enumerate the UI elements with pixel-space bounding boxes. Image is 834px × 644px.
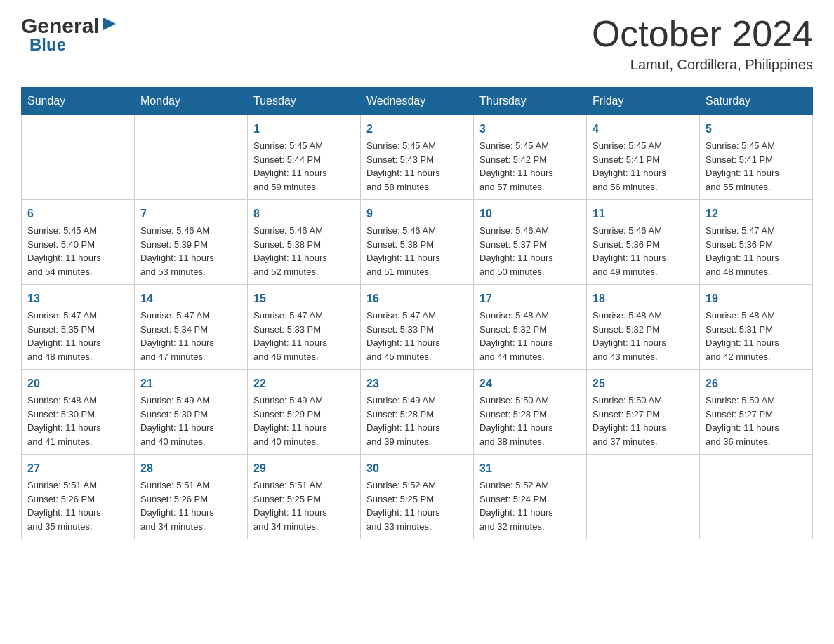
day-number: 6 xyxy=(27,206,128,222)
day-number: 2 xyxy=(366,121,468,137)
day-number: 7 xyxy=(140,206,241,222)
week-row-3: 13Sunrise: 5:47 AMSunset: 5:35 PMDayligh… xyxy=(22,285,813,370)
calendar-table: Sunday Monday Tuesday Wednesday Thursday… xyxy=(21,87,813,539)
week-row-2: 6Sunrise: 5:45 AMSunset: 5:40 PMDaylight… xyxy=(22,200,813,285)
day-info: Sunrise: 5:49 AMSunset: 5:29 PMDaylight:… xyxy=(253,394,355,448)
day-info: Sunrise: 5:46 AMSunset: 5:38 PMDaylight:… xyxy=(253,224,355,279)
calendar-header: Sunday Monday Tuesday Wednesday Thursday… xyxy=(22,88,813,115)
calendar-body: 1Sunrise: 5:45 AMSunset: 5:44 PMDaylight… xyxy=(22,115,813,539)
day-info: Sunrise: 5:46 AMSunset: 5:37 PMDaylight:… xyxy=(479,224,581,279)
day-info: Sunrise: 5:45 AMSunset: 5:43 PMDaylight:… xyxy=(366,139,468,194)
day-number: 14 xyxy=(140,290,241,307)
day-info: Sunrise: 5:48 AMSunset: 5:32 PMDaylight:… xyxy=(593,309,694,363)
day-number: 15 xyxy=(253,290,355,307)
day-info: Sunrise: 5:48 AMSunset: 5:30 PMDaylight:… xyxy=(27,394,128,448)
day-number: 18 xyxy=(593,290,694,307)
day-number: 12 xyxy=(706,206,807,222)
calendar-cell: 29Sunrise: 5:51 AMSunset: 5:25 PMDayligh… xyxy=(248,455,361,539)
day-number: 1 xyxy=(253,121,355,137)
calendar-cell: 4Sunrise: 5:45 AMSunset: 5:41 PMDaylight… xyxy=(587,115,700,200)
day-info: Sunrise: 5:47 AMSunset: 5:33 PMDaylight:… xyxy=(253,309,355,363)
calendar-cell: 9Sunrise: 5:46 AMSunset: 5:38 PMDaylight… xyxy=(361,200,474,285)
location-text: Lamut, Cordillera, Philippines xyxy=(592,57,813,73)
calendar-cell: 24Sunrise: 5:50 AMSunset: 5:28 PMDayligh… xyxy=(474,370,587,455)
calendar-cell xyxy=(587,455,700,539)
day-number: 26 xyxy=(706,375,807,392)
day-number: 5 xyxy=(706,121,807,137)
calendar-cell: 13Sunrise: 5:47 AMSunset: 5:35 PMDayligh… xyxy=(22,285,135,370)
day-number: 23 xyxy=(366,375,468,392)
page-header: General Blue October 2024 Lamut, Cordill… xyxy=(21,14,813,73)
calendar-cell: 14Sunrise: 5:47 AMSunset: 5:34 PMDayligh… xyxy=(135,285,248,370)
day-info: Sunrise: 5:50 AMSunset: 5:27 PMDaylight:… xyxy=(593,394,694,448)
week-row-1: 1Sunrise: 5:45 AMSunset: 5:44 PMDaylight… xyxy=(22,115,813,200)
day-number: 10 xyxy=(479,206,581,222)
calendar-cell: 12Sunrise: 5:47 AMSunset: 5:36 PMDayligh… xyxy=(700,200,813,285)
month-title: October 2024 xyxy=(592,14,813,54)
calendar-cell: 27Sunrise: 5:51 AMSunset: 5:26 PMDayligh… xyxy=(22,455,135,539)
calendar-cell: 8Sunrise: 5:46 AMSunset: 5:38 PMDaylight… xyxy=(248,200,361,285)
day-info: Sunrise: 5:49 AMSunset: 5:28 PMDaylight:… xyxy=(366,394,468,448)
logo-general-row: General xyxy=(21,14,117,38)
calendar-cell: 15Sunrise: 5:47 AMSunset: 5:33 PMDayligh… xyxy=(248,285,361,370)
day-info: Sunrise: 5:48 AMSunset: 5:31 PMDaylight:… xyxy=(706,309,807,363)
calendar-cell: 30Sunrise: 5:52 AMSunset: 5:25 PMDayligh… xyxy=(361,455,474,539)
header-friday: Friday xyxy=(587,88,700,115)
day-number: 17 xyxy=(479,290,581,307)
day-number: 25 xyxy=(593,375,694,392)
calendar-cell: 5Sunrise: 5:45 AMSunset: 5:41 PMDaylight… xyxy=(700,115,813,200)
calendar-cell xyxy=(700,455,813,539)
calendar-cell: 21Sunrise: 5:49 AMSunset: 5:30 PMDayligh… xyxy=(135,370,248,455)
day-number: 24 xyxy=(479,375,581,392)
day-info: Sunrise: 5:50 AMSunset: 5:28 PMDaylight:… xyxy=(479,394,581,448)
day-info: Sunrise: 5:47 AMSunset: 5:33 PMDaylight:… xyxy=(366,309,468,363)
day-number: 19 xyxy=(706,290,807,307)
day-info: Sunrise: 5:46 AMSunset: 5:36 PMDaylight:… xyxy=(593,224,694,279)
calendar-cell: 2Sunrise: 5:45 AMSunset: 5:43 PMDaylight… xyxy=(361,115,474,200)
day-info: Sunrise: 5:47 AMSunset: 5:35 PMDaylight:… xyxy=(27,309,128,363)
calendar-cell: 19Sunrise: 5:48 AMSunset: 5:31 PMDayligh… xyxy=(700,285,813,370)
logo-general-text: General xyxy=(21,14,100,38)
header-thursday: Thursday xyxy=(474,88,587,115)
day-info: Sunrise: 5:49 AMSunset: 5:30 PMDaylight:… xyxy=(140,394,241,448)
day-info: Sunrise: 5:47 AMSunset: 5:34 PMDaylight:… xyxy=(140,309,241,363)
calendar-cell: 16Sunrise: 5:47 AMSunset: 5:33 PMDayligh… xyxy=(361,285,474,370)
day-number: 20 xyxy=(27,375,128,392)
day-number: 22 xyxy=(253,375,355,392)
svg-marker-0 xyxy=(103,18,116,30)
calendar-cell xyxy=(135,115,248,200)
title-section: October 2024 Lamut, Cordillera, Philippi… xyxy=(592,14,813,73)
day-number: 29 xyxy=(253,460,355,477)
day-number: 13 xyxy=(27,290,128,307)
day-info: Sunrise: 5:45 AMSunset: 5:44 PMDaylight:… xyxy=(253,139,355,194)
calendar-cell: 3Sunrise: 5:45 AMSunset: 5:42 PMDaylight… xyxy=(474,115,587,200)
day-info: Sunrise: 5:51 AMSunset: 5:25 PMDaylight:… xyxy=(253,478,355,533)
day-number: 4 xyxy=(593,121,694,137)
day-number: 21 xyxy=(140,375,241,392)
days-of-week-row: Sunday Monday Tuesday Wednesday Thursday… xyxy=(22,88,813,115)
calendar-cell: 20Sunrise: 5:48 AMSunset: 5:30 PMDayligh… xyxy=(22,370,135,455)
logo-blue-text: Blue xyxy=(29,35,117,55)
day-info: Sunrise: 5:48 AMSunset: 5:32 PMDaylight:… xyxy=(479,309,581,363)
day-info: Sunrise: 5:45 AMSunset: 5:41 PMDaylight:… xyxy=(706,139,807,194)
day-info: Sunrise: 5:45 AMSunset: 5:41 PMDaylight:… xyxy=(593,139,694,194)
calendar-cell: 11Sunrise: 5:46 AMSunset: 5:36 PMDayligh… xyxy=(587,200,700,285)
calendar-cell: 23Sunrise: 5:49 AMSunset: 5:28 PMDayligh… xyxy=(361,370,474,455)
logo-arrow-icon xyxy=(102,16,117,32)
calendar-cell: 7Sunrise: 5:46 AMSunset: 5:39 PMDaylight… xyxy=(135,200,248,285)
day-info: Sunrise: 5:45 AMSunset: 5:42 PMDaylight:… xyxy=(479,139,581,194)
day-info: Sunrise: 5:46 AMSunset: 5:38 PMDaylight:… xyxy=(366,224,468,279)
day-number: 11 xyxy=(593,206,694,222)
header-monday: Monday xyxy=(135,88,248,115)
calendar-cell: 25Sunrise: 5:50 AMSunset: 5:27 PMDayligh… xyxy=(587,370,700,455)
day-number: 27 xyxy=(27,460,128,477)
calendar-cell: 18Sunrise: 5:48 AMSunset: 5:32 PMDayligh… xyxy=(587,285,700,370)
week-row-4: 20Sunrise: 5:48 AMSunset: 5:30 PMDayligh… xyxy=(22,370,813,455)
day-info: Sunrise: 5:46 AMSunset: 5:39 PMDaylight:… xyxy=(140,224,241,279)
calendar-cell: 31Sunrise: 5:52 AMSunset: 5:24 PMDayligh… xyxy=(474,455,587,539)
day-number: 30 xyxy=(366,460,468,477)
day-info: Sunrise: 5:50 AMSunset: 5:27 PMDaylight:… xyxy=(706,394,807,448)
day-info: Sunrise: 5:45 AMSunset: 5:40 PMDaylight:… xyxy=(27,224,128,279)
header-tuesday: Tuesday xyxy=(248,88,361,115)
calendar-cell: 17Sunrise: 5:48 AMSunset: 5:32 PMDayligh… xyxy=(474,285,587,370)
